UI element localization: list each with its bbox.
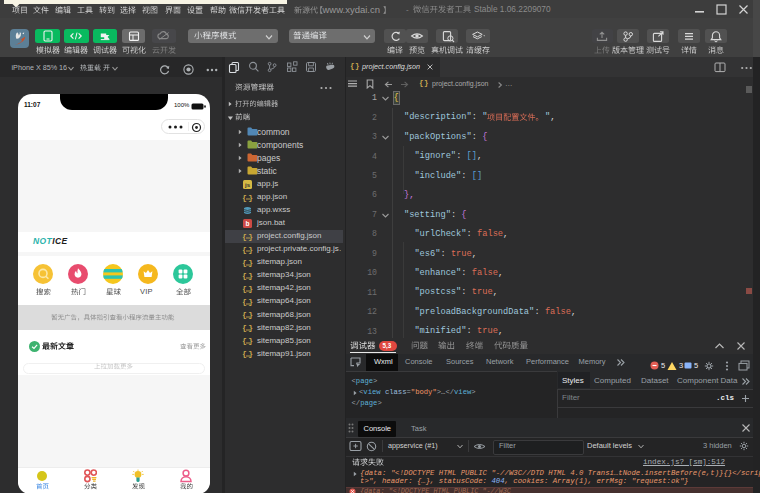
svg-text:b: b	[245, 220, 249, 227]
svg-text:js: js	[243, 182, 250, 188]
